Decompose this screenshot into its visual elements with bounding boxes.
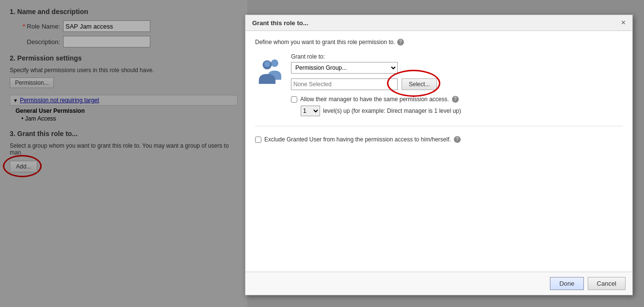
modal-divider <box>255 126 623 126</box>
allow-manager-help-icon[interactable]: ? <box>452 96 459 103</box>
modal-close-button[interactable]: × <box>621 19 626 27</box>
svg-point-0 <box>271 60 278 67</box>
select-button[interactable]: Select... <box>402 78 437 90</box>
modal-exclude-row: Exclude Granted User from having the per… <box>255 136 623 143</box>
cancel-button[interactable]: Cancel <box>588 277 626 290</box>
exclude-help-icon[interactable]: ? <box>454 136 461 143</box>
define-help-icon[interactable]: ? <box>397 39 404 46</box>
exclude-label: Exclude Granted User from having the per… <box>264 136 451 143</box>
grant-role-select[interactable]: Permission Group... User Group Role <box>291 62 398 74</box>
allow-manager-row: Allow their manager to have the same per… <box>291 96 623 103</box>
exclude-checkbox[interactable] <box>255 137 261 143</box>
modal-footer: Done Cancel <box>245 272 632 295</box>
none-selected-input[interactable] <box>291 78 398 90</box>
svg-point-2 <box>264 61 270 67</box>
level-desc: level(s) up (for example: Direct manager… <box>323 107 461 114</box>
select-btn-wrapper: Select... <box>402 78 437 90</box>
grant-role-label: Grant role to: <box>291 53 623 60</box>
modal-avatar <box>255 53 284 87</box>
modal-content-row: Grant role to: Permission Group... User … <box>255 53 623 116</box>
modal-header: Grant this role to... × <box>245 15 632 31</box>
allow-manager-checkbox[interactable] <box>291 96 297 103</box>
modal-define-text: Define whom you want to grant this role … <box>255 39 623 46</box>
user-group-icon <box>257 56 283 85</box>
modal-body: Define whom you want to grant this role … <box>245 31 632 272</box>
modal-dialog: Grant this role to... × Define whom you … <box>245 15 633 295</box>
modal-none-selected-row: Select... <box>291 78 623 90</box>
allow-manager-label: Allow their manager to have the same per… <box>300 96 449 103</box>
modal-select-row: Permission Group... User Group Role <box>291 62 623 74</box>
modal-title: Grant this role to... <box>252 19 308 27</box>
level-select[interactable]: 1 2 3 <box>301 106 320 116</box>
modal-level-row: 1 2 3 level(s) up (for example: Direct m… <box>291 106 623 116</box>
modal-form: Grant role to: Permission Group... User … <box>291 53 623 116</box>
done-button[interactable]: Done <box>550 277 583 290</box>
